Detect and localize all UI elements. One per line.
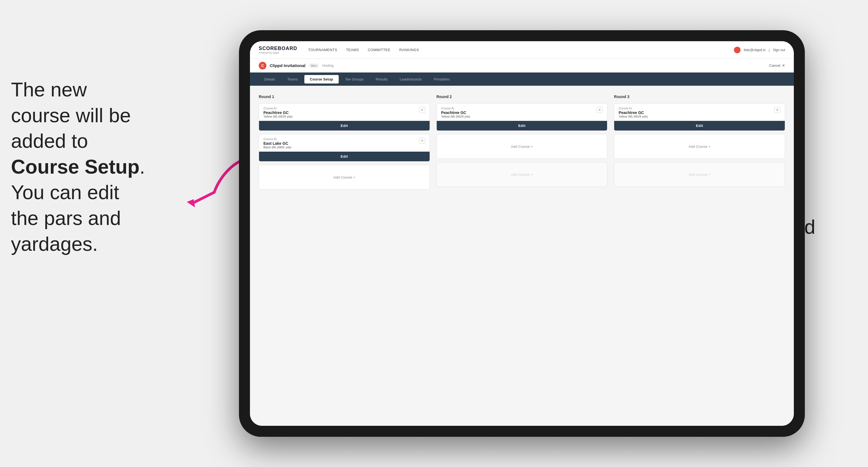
round-1-course-b-info: (Course B) East Lake GC Black (M) (6891 … — [264, 137, 291, 152]
nav-link-rankings[interactable]: RANKINGS — [399, 48, 419, 52]
cancel-label: Cancel — [769, 63, 780, 68]
round-2-course-a-info: (Course A) Peachtree GC Yellow (M) (6629… — [441, 107, 470, 121]
round-2-column: Round 2 (Course A) Peachtree GC Yellow (… — [436, 94, 608, 193]
round-1-course-b-header: (Course B) East Lake GC Black (M) (6891 … — [259, 134, 430, 152]
round-3-course-a-tee: Yellow (M) (6629 yds) — [619, 115, 648, 118]
sign-out-link[interactable]: Sign out — [773, 48, 785, 52]
round-3-course-a-edit-button[interactable]: Edit — [614, 121, 785, 130]
annotation-course-setup: Course Setup — [11, 156, 140, 178]
nav-link-committee[interactable]: COMMITTEE — [368, 48, 391, 52]
round-3-course-a-card: (Course A) Peachtree GC Yellow (M) (6629… — [614, 103, 785, 131]
nav-link-tournaments[interactable]: TOURNAMENTS — [308, 48, 337, 52]
round-1-course-b-tee: Black (M) (6891 yds) — [264, 146, 291, 149]
annotation-line5: You can edit — [11, 181, 119, 203]
gender-badge: Men — [309, 63, 319, 68]
round-2-course-a-card: (Course A) Peachtree GC Yellow (M) (6629… — [436, 103, 608, 131]
round-1-course-a-delete[interactable]: ✕ — [419, 107, 425, 113]
round-3-course-a-header: (Course A) Peachtree GC Yellow (M) (6629… — [614, 103, 785, 121]
left-annotation: The new course will be added to Course S… — [11, 77, 181, 257]
round-3-add-course-card[interactable]: Add Course + — [614, 134, 785, 159]
round-2-add-course-card[interactable]: Add Course + — [436, 134, 608, 159]
round-3-header: Round 3 — [614, 94, 785, 99]
tablet-screen: SCOREBOARD Powered by clippd TOURNAMENTS… — [250, 41, 794, 426]
round-2-header: Round 2 — [436, 94, 608, 99]
sub-nav: Details Teams Course Setup Tee Groups Re… — [250, 72, 794, 86]
tab-course-setup[interactable]: Course Setup — [304, 75, 339, 84]
round-1-header: Round 1 — [259, 94, 430, 99]
round-1-course-a-header: (Course A) Peachtree GC Yellow (M) (6629… — [259, 103, 430, 121]
tab-printables[interactable]: Printables — [428, 75, 455, 84]
round-2-course-a-edit-button[interactable]: Edit — [437, 121, 607, 130]
round-3-course-a-label: (Course A) — [619, 107, 648, 110]
round-1-course-a-name: Peachtree GC — [264, 111, 292, 115]
round-1-course-b-name: East Lake GC — [264, 141, 291, 146]
nav-left: SCOREBOARD Powered by clippd TOURNAMENTS… — [259, 45, 419, 54]
round-1-course-b-delete[interactable]: ✕ — [419, 137, 425, 144]
cancel-button[interactable]: Cancel ✕ — [769, 63, 785, 68]
round-1-column: Round 1 (Course A) Peachtree GC Yellow (… — [259, 94, 430, 193]
round-1-course-a-card: (Course A) Peachtree GC Yellow (M) (6629… — [259, 103, 430, 131]
round-1-course-a-edit-button[interactable]: Edit — [259, 121, 430, 130]
round-2-add-course-disabled-card: Add Course + — [436, 162, 608, 187]
round-1-course-a-tee: Yellow (M) (6629 yds) — [264, 115, 292, 118]
round-2-course-a-tee: Yellow (M) (6629 yds) — [441, 115, 470, 118]
tournament-status: Hosting — [322, 64, 334, 68]
round-1-course-a-label: (Course A) — [264, 107, 292, 110]
tournament-name: Clippd Invitational — [270, 63, 305, 68]
rounds-grid: Round 1 (Course A) Peachtree GC Yellow (… — [259, 94, 785, 193]
tournament-info: C Clippd Invitational Men Hosting — [259, 62, 334, 69]
avatar — [734, 47, 741, 53]
annotation-line6: the pars and — [11, 207, 121, 229]
tournament-logo: C — [259, 62, 267, 69]
round-1-course-b-label: (Course B) — [264, 137, 291, 141]
nav-links: TOURNAMENTS TEAMS COMMITTEE RANKINGS — [308, 48, 419, 52]
round-2-add-course-text: Add Course + — [511, 145, 533, 149]
svg-marker-0 — [187, 199, 195, 208]
round-1-add-course-text: Add Course + — [333, 175, 355, 179]
round-3-course-a-delete[interactable]: ✕ — [774, 107, 780, 113]
tab-tee-groups[interactable]: Tee Groups — [340, 75, 369, 84]
tournament-logo-letter: C — [261, 63, 264, 68]
scoreboard-title: SCOREBOARD — [259, 45, 297, 51]
annotation-line2: course will be — [11, 104, 131, 126]
round-2-add-course-disabled-text: Add Course + — [511, 173, 533, 177]
round-3-add-course-text: Add Course + — [689, 145, 711, 149]
scoreboard-subtitle: Powered by clippd — [259, 51, 297, 54]
round-3-course-a-name: Peachtree GC — [619, 111, 648, 115]
round-1-course-b-edit-button[interactable]: Edit — [259, 152, 430, 161]
annotation-line3: added to — [11, 130, 88, 152]
annotation-line1: The new — [11, 79, 87, 100]
nav-right: blair@clippd.io | Sign out — [734, 47, 785, 53]
user-email: blair@clippd.io — [744, 48, 766, 52]
tablet: SCOREBOARD Powered by clippd TOURNAMENTS… — [239, 30, 805, 437]
tab-details[interactable]: Details — [259, 75, 281, 84]
tab-results[interactable]: Results — [370, 75, 393, 84]
round-3-course-a-info: (Course A) Peachtree GC Yellow (M) (6629… — [619, 107, 648, 121]
round-1-course-b-card: (Course B) East Lake GC Black (M) (6891 … — [259, 134, 430, 161]
nav-link-teams[interactable]: TEAMS — [346, 48, 359, 52]
round-1-add-course-card[interactable]: Add Course + — [259, 165, 430, 190]
round-2-course-a-name: Peachtree GC — [441, 111, 470, 115]
nav-separator: | — [769, 48, 770, 52]
scoreboard-logo: SCOREBOARD Powered by clippd — [259, 45, 297, 54]
round-3-column: Round 3 (Course A) Peachtree GC Yellow (… — [614, 94, 785, 193]
round-2-course-a-header: (Course A) Peachtree GC Yellow (M) (6629… — [437, 103, 607, 121]
round-2-course-a-label: (Course A) — [441, 107, 470, 110]
round-3-add-course-disabled-text: Add Course + — [689, 173, 711, 177]
main-content: Round 1 (Course A) Peachtree GC Yellow (… — [250, 86, 794, 426]
round-2-course-a-delete[interactable]: ✕ — [597, 107, 603, 113]
cancel-icon: ✕ — [782, 63, 785, 68]
tab-leaderboards[interactable]: Leaderboards — [394, 75, 427, 84]
tournament-bar: C Clippd Invitational Men Hosting Cancel… — [250, 59, 794, 72]
round-1-course-a-info: (Course A) Peachtree GC Yellow (M) (6629… — [264, 107, 292, 121]
round-3-add-course-disabled-card: Add Course + — [614, 162, 785, 187]
annotation-line7: yardages. — [11, 233, 98, 255]
tab-teams[interactable]: Teams — [282, 75, 303, 84]
top-nav: SCOREBOARD Powered by clippd TOURNAMENTS… — [250, 41, 794, 59]
